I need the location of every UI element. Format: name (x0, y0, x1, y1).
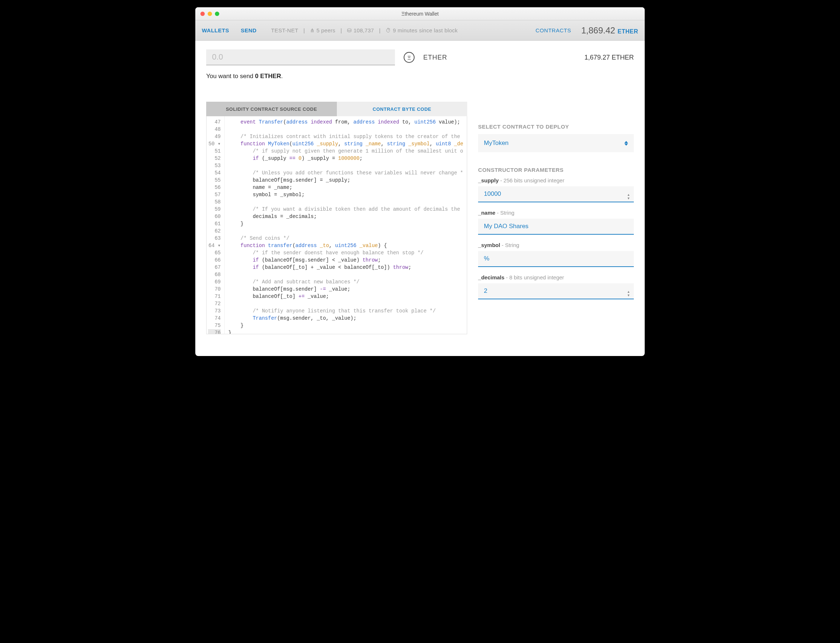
line-number: 50 ▾ (208, 140, 221, 147)
line-number: 47 (208, 118, 221, 126)
param-input-_supply[interactable] (478, 186, 634, 202)
source-column: SOLIDITY CONTRACT SOURCE CODE CONTRACT B… (206, 102, 467, 334)
network-name: TEST-NET (271, 27, 298, 33)
nav-send[interactable]: SEND (241, 27, 257, 33)
line-number: 58 (208, 198, 221, 206)
param-label-_supply: _supply - 256 bits unsigned integer (478, 177, 634, 183)
code-line[interactable]: /* Notifiy anyone listening that this tr… (228, 307, 463, 315)
code-line[interactable]: } (228, 220, 463, 227)
code-line[interactable]: name = _name; (228, 184, 463, 191)
param-label-_name: _name - String (478, 210, 634, 216)
network-status: TEST-NET | ⋔ 5 peers | ⛁ 108,737 | ⏱ 9 m… (271, 27, 458, 34)
columns: SOLIDITY CONTRACT SOURCE CODE CONTRACT B… (206, 102, 634, 334)
stepper-icon[interactable]: ▲▼ (627, 290, 630, 297)
code-line[interactable]: function MyToken(uint256 _supply, string… (228, 140, 463, 147)
nav-contracts[interactable]: CONTRACTS (536, 27, 571, 33)
code-line[interactable]: event Transfer(address indexed from, add… (228, 118, 463, 126)
code-line[interactable]: /* Unless you add other functions these … (228, 169, 463, 176)
code-tabs: SOLIDITY CONTRACT SOURCE CODE CONTRACT B… (206, 102, 467, 116)
amount-input[interactable] (206, 49, 395, 65)
code-line[interactable]: Transfer(msg.sender, _to, _value); (228, 315, 463, 322)
code-line[interactable]: function transfer(address _to, uint256 _… (228, 242, 463, 249)
stepper-icon[interactable]: ▲▼ (627, 193, 630, 200)
code-line[interactable]: /* Send coins */ (228, 235, 463, 242)
titlebar: Ξthereum Wallet (195, 7, 645, 20)
code-line[interactable]: if (balanceOf[msg.sender] < _value) thro… (228, 256, 463, 264)
param-input-_decimals[interactable] (478, 283, 634, 299)
code-line[interactable]: decimals = _decimals; (228, 213, 463, 220)
code-line[interactable] (228, 227, 463, 235)
line-number: 52 (208, 155, 221, 162)
param-input-_name[interactable] (478, 219, 634, 235)
line-number: 56 (208, 184, 221, 191)
time-status: ⏱ 9 minutes since last block (386, 27, 458, 33)
chevron-updown-icon (624, 141, 628, 146)
line-number: 49 (208, 133, 221, 140)
code-line[interactable]: balanceOf[msg.sender] = _supply; (228, 176, 463, 184)
param-label-_symbol: _symbol - String (478, 242, 634, 248)
line-number: 57 (208, 191, 221, 198)
line-number: 68 (208, 271, 221, 278)
code-line[interactable]: if (_supply == 0) _supply = 1000000; (228, 155, 463, 162)
code-line[interactable]: } (228, 329, 463, 334)
toolbar: WALLETS SEND TEST-NET | ⋔ 5 peers | ⛁ 10… (195, 20, 645, 41)
code-line[interactable] (228, 126, 463, 133)
line-number: 76 (208, 329, 221, 334)
rss-icon: ⋔ (310, 27, 315, 33)
code-line[interactable] (228, 271, 463, 278)
param-input-_symbol[interactable] (478, 251, 634, 267)
code-line[interactable] (228, 162, 463, 169)
contract-select-value: MyToken (484, 139, 509, 147)
line-number: 66 (208, 256, 221, 264)
param-label-_decimals: _decimals - 8 bits unsigned integer (478, 274, 634, 281)
line-number: 63 (208, 235, 221, 242)
line-number: 59 (208, 206, 221, 213)
line-number: 74 (208, 315, 221, 322)
line-number: 48 (208, 126, 221, 133)
code-line[interactable]: balanceOf[msg.sender] -= _value; (228, 286, 463, 293)
nav-left: WALLETS SEND (202, 27, 257, 33)
separator: | (379, 27, 381, 33)
code-line[interactable]: symbol = _symbol; (228, 191, 463, 198)
line-number: 55 (208, 176, 221, 184)
code-line[interactable]: balanceOf[_to] += _value; (228, 293, 463, 300)
clock-icon: ⏱ (386, 27, 391, 33)
line-gutter: 47484950 ▾5152535455565758596061626364 ▾… (207, 116, 225, 334)
code-line[interactable]: /* Initializes contract with initial sup… (228, 133, 463, 140)
main-balance: 1,869.42 ETHER (581, 25, 638, 36)
code-line[interactable]: /* If you want a divisible token then ad… (228, 206, 463, 213)
tab-bytecode[interactable]: CONTRACT BYTE CODE (337, 102, 467, 116)
code-editor[interactable]: 47484950 ▾5152535455565758596061626364 ▾… (206, 116, 467, 334)
line-number: 73 (208, 307, 221, 315)
code-line[interactable] (228, 198, 463, 206)
code-line[interactable]: if (balanceOf[_to] + _value < balanceOf[… (228, 264, 463, 271)
code-line[interactable] (228, 300, 463, 307)
close-icon[interactable] (200, 11, 205, 16)
line-number: 72 (208, 300, 221, 307)
line-number: 62 (208, 227, 221, 235)
peers-status: ⋔ 5 peers (310, 27, 335, 34)
line-number: 60 (208, 213, 221, 220)
code-line[interactable]: /* Add and subtract new balances */ (228, 278, 463, 286)
code-line[interactable]: /* if supply not given then generate 1 m… (228, 147, 463, 155)
maximize-icon[interactable] (215, 11, 219, 16)
line-number: 65 (208, 249, 221, 256)
currency-label: ETHER (423, 54, 447, 61)
window-controls (200, 11, 219, 16)
minimize-icon[interactable] (208, 11, 212, 16)
code-line[interactable]: /* if the sender doenst have enough bala… (228, 249, 463, 256)
contract-select[interactable]: MyToken (478, 134, 634, 152)
nav-wallets[interactable]: WALLETS (202, 27, 229, 33)
line-number: 61 (208, 220, 221, 227)
tab-source[interactable]: SOLIDITY CONTRACT SOURCE CODE (206, 102, 337, 116)
line-number: 75 (208, 322, 221, 329)
available-balance: 1,679.27 ETHER (584, 54, 634, 61)
blocks-status: ⛁ 108,737 (347, 27, 374, 34)
line-number: 71 (208, 293, 221, 300)
content: Ξ ETHER 1,679.27 ETHER You want to send … (195, 41, 645, 356)
code-content[interactable]: event Transfer(address indexed from, add… (225, 116, 467, 334)
code-line[interactable]: } (228, 322, 463, 329)
nav-right: CONTRACTS 1,869.42 ETHER (536, 25, 638, 36)
line-number: 70 (208, 286, 221, 293)
line-number: 67 (208, 264, 221, 271)
